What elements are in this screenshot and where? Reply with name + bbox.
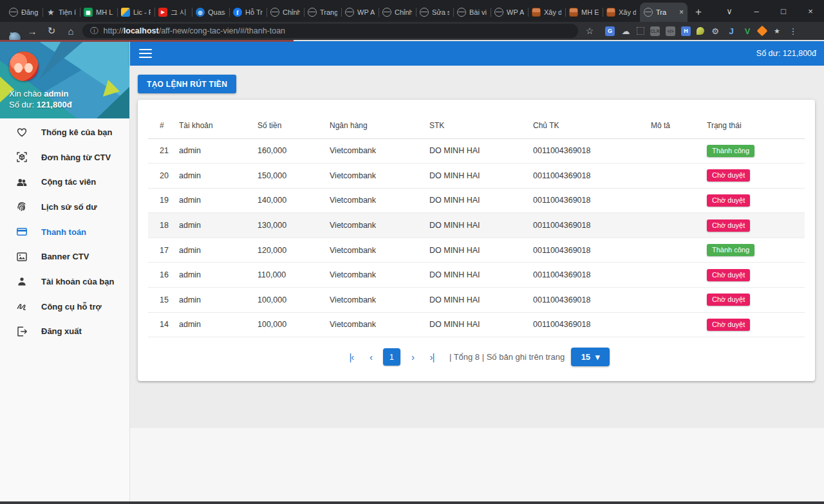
tab-title: Đăng <box>21 8 39 16</box>
cell-stk: DO MINH HAI <box>424 188 528 213</box>
sidebar-item-cube-scan[interactable]: Đơn hàng từ CTV <box>0 145 129 170</box>
browser-tab[interactable]: Chỉnh <box>379 3 416 22</box>
browser-tab[interactable]: Trang <box>304 3 341 22</box>
new-tab-button[interactable]: + <box>690 4 707 21</box>
cell-stk: DO MINH HAI <box>424 288 528 313</box>
app-page: Xin chào admin Số dư: 121,800đ Thống kê … <box>0 41 824 501</box>
tab-title: Chỉnh <box>283 8 300 16</box>
browser-tab[interactable]: Sửa s <box>416 3 453 22</box>
kebab-menu-icon[interactable]: ⋮ <box>788 26 798 36</box>
extensions-row: G ☁ CLR </> H ⚙ J V ★ ⋮ <box>605 26 798 36</box>
cube-scan-icon <box>15 151 28 163</box>
cell-id: 16 <box>148 263 174 288</box>
cell-owner: 0011004369018 <box>528 312 646 337</box>
next-page-icon[interactable]: › <box>404 349 421 366</box>
bookmark-star-icon[interactable]: ☆ <box>582 26 597 36</box>
home-icon[interactable]: ⌂ <box>63 26 79 37</box>
cell-stk: DO MINH HAI <box>424 263 528 288</box>
browser-tab[interactable]: Xây d <box>528 3 565 22</box>
sidebar-item-credit-card[interactable]: Thanh toán <box>0 219 129 245</box>
metamask-fox-icon[interactable] <box>757 26 768 37</box>
tab-title: MH L <box>96 8 113 16</box>
sidebar-item-label: Đăng xuất <box>41 326 82 336</box>
reload-icon[interactable]: ↻ <box>44 25 59 37</box>
create-withdraw-button[interactable]: TẠO LỆNH RÚT TIỀN <box>138 75 236 93</box>
page-size-select[interactable]: 15 ▾ <box>571 348 610 366</box>
maximize-button[interactable]: □ <box>770 6 797 16</box>
cell-id: 20 <box>148 163 174 189</box>
gray-box-extension-icon[interactable]: CLR <box>650 26 660 36</box>
table-row: 15admin100,000VietcombankDO MINH HAI0011… <box>148 288 805 313</box>
sidebar-profile-header: Xin chào admin Số dư: 121,800đ <box>0 41 129 118</box>
sidebar: Xin chào admin Số dư: 121,800đ Thống kê … <box>0 41 130 501</box>
translate-extension-icon[interactable]: G <box>605 26 615 36</box>
sidebar-item-gesture[interactable]: Công cụ hỗ trợ <box>0 294 129 319</box>
cell-note <box>646 238 702 263</box>
sidebar-item-people[interactable]: Cộng tác viên <box>0 169 129 194</box>
address-bar[interactable]: ⓘ http://localhost/aff-new/cong-tac-vien… <box>82 24 578 38</box>
hamburger-menu-icon[interactable] <box>139 49 152 58</box>
cell-status: Chờ duyệt <box>702 288 805 313</box>
forward-icon[interactable]: → <box>24 26 40 37</box>
v-extension-icon[interactable]: V <box>742 26 753 36</box>
sidebar-item-logout[interactable]: Đăng xuất <box>0 319 129 344</box>
browser-tab[interactable]: WP A <box>341 3 379 22</box>
image-icon <box>15 250 28 263</box>
sidebar-item-label: Thanh toán <box>41 227 86 237</box>
youtube-favicon-icon: ▶ <box>158 8 167 17</box>
status-badge: Chờ duyệt <box>707 194 750 207</box>
current-page-button[interactable]: 1 <box>383 348 400 366</box>
tab-close-icon[interactable]: × <box>679 8 684 17</box>
browser-tab[interactable]: ▦MH L <box>80 3 117 22</box>
sidebar-item-person[interactable]: Tài khoản của bạn <box>0 269 129 294</box>
user-avatar[interactable] <box>9 51 39 81</box>
browser-tab[interactable]: fHỗ Tr <box>229 3 267 22</box>
browser-tab-active[interactable]: Tra× <box>640 3 688 22</box>
leaf-extension-icon[interactable] <box>697 27 704 35</box>
heart-icon <box>15 126 28 138</box>
cell-bank: Vietcombank <box>324 238 424 263</box>
code-extension-icon[interactable]: </> <box>666 26 675 36</box>
sidebar-item-heart[interactable]: Thống kê của bạn <box>0 120 129 145</box>
cell-account: admin <box>174 312 252 337</box>
status-badge: Chờ duyệt <box>707 319 750 331</box>
browser-tab[interactable]: Xây d <box>603 3 640 22</box>
browser-tab[interactable]: Lic - P <box>117 3 154 22</box>
cell-bank: Vietcombank <box>324 213 424 238</box>
tab-search-icon[interactable]: ∨ <box>716 6 743 16</box>
browser-tab[interactable]: WP A <box>491 3 528 22</box>
browser-tab[interactable]: ★Tiện í <box>42 3 80 22</box>
extensions-puzzle-icon[interactable]: ★ <box>772 26 782 36</box>
tab-title: Tra <box>656 8 676 16</box>
sidebar-item-fingerprint[interactable]: Lịch sử số dư <box>0 194 129 219</box>
minimize-button[interactable]: – <box>743 6 770 16</box>
browser-tab[interactable]: Bài vi <box>453 3 491 22</box>
tab-title: Xây d <box>619 8 636 16</box>
last-page-icon[interactable]: ›| <box>424 349 440 366</box>
cell-id: 14 <box>148 312 174 337</box>
prev-page-icon[interactable]: ‹ <box>362 349 379 366</box>
settings-gear-icon[interactable]: ⚙ <box>710 26 720 36</box>
close-button[interactable]: × <box>797 6 824 16</box>
j-extension-icon[interactable]: J <box>726 26 736 36</box>
status-badge: Chờ duyệt <box>707 294 750 306</box>
payments-table: #Tài khoảnSố tiềnNgân hàngSTKChủ TKMô tả… <box>148 113 805 337</box>
browser-tab[interactable]: Đăng <box>5 3 42 22</box>
cell-stk: DO MINH HAI <box>424 163 528 189</box>
site-info-icon[interactable]: ⓘ <box>90 26 98 37</box>
column-header: Tài khoản <box>174 113 252 138</box>
screenshot-extension-icon[interactable] <box>637 27 644 35</box>
cloud-extension-icon[interactable]: ☁ <box>621 26 631 36</box>
browser-tab[interactable]: ▶그 시 <box>154 3 192 22</box>
h-extension-icon[interactable]: H <box>681 26 691 36</box>
first-page-icon[interactable]: |‹ <box>343 349 360 366</box>
browser-tab[interactable]: ◎Quasa <box>192 3 229 22</box>
browser-tab[interactable]: Chỉnh <box>267 3 304 22</box>
sidebar-item-image[interactable]: Banner CTV <box>0 244 129 269</box>
browser-tab[interactable]: MH E <box>565 3 603 22</box>
status-badge: Chờ duyệt <box>707 169 750 182</box>
globe-favicon-icon <box>382 8 391 17</box>
table-header-row: #Tài khoảnSố tiềnNgân hàngSTKChủ TKMô tả… <box>148 113 805 138</box>
cell-account: admin <box>174 238 252 263</box>
table-row: 17admin120,000VietcombankDO MINH HAI0011… <box>148 238 805 263</box>
